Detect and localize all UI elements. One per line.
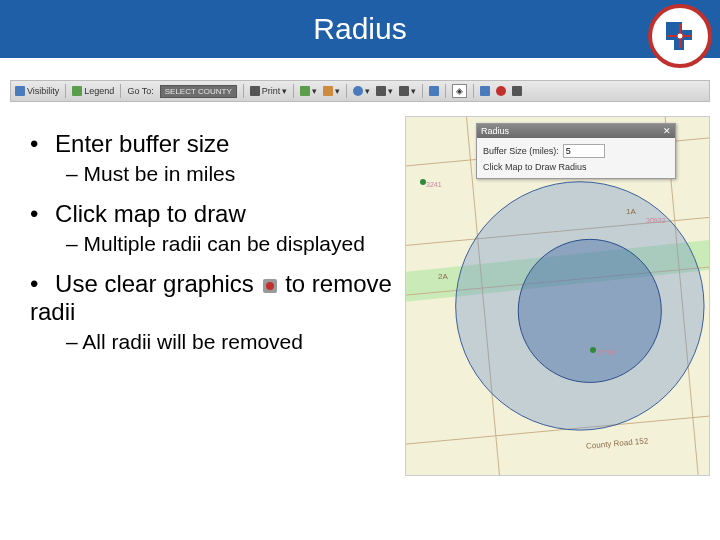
toolbar-tool-5[interactable]	[429, 86, 439, 96]
toolbar-tool-7[interactable]	[512, 86, 522, 96]
svg-point-9	[518, 239, 661, 382]
tool-icon	[300, 86, 310, 96]
map-pin-icon	[590, 347, 596, 353]
chevron-down-icon: ▾	[282, 86, 287, 96]
sub-bullet: Multiple radii can be displayed	[30, 232, 401, 256]
sub-bullet: Must be in miles	[30, 162, 401, 186]
bullet-1: Enter buffer size Must be in miles	[30, 130, 401, 186]
tool-icon	[323, 86, 333, 96]
map-toolbar: Visibility Legend Go To: SELECT COUNTY P…	[10, 80, 710, 102]
svg-point-0	[677, 33, 683, 39]
info-icon	[353, 86, 363, 96]
toolbar-info[interactable]: ▾	[353, 86, 370, 96]
title-bar: Radius	[0, 0, 720, 58]
parcel-label: 35789	[596, 349, 615, 356]
zone-label: 2A	[438, 272, 448, 281]
buffer-size-label: Buffer Size (miles):	[483, 146, 559, 156]
toolbar-tool-1[interactable]: ▾	[300, 86, 317, 96]
toolbar-legend[interactable]: Legend	[72, 86, 114, 96]
tool-icon	[512, 86, 522, 96]
print-icon	[250, 86, 260, 96]
layers-icon	[15, 86, 25, 96]
map-pin-icon	[420, 179, 426, 185]
toolbar-goto-label: Go To:	[127, 86, 153, 96]
tool-icon	[399, 86, 409, 96]
bullet-list: Enter buffer size Must be in miles Click…	[10, 112, 405, 476]
toolbar-tool-3[interactable]: ▾	[376, 86, 393, 96]
sub-bullet: All radii will be removed	[30, 330, 401, 354]
tool-icon	[376, 86, 386, 96]
bullet-2: Click map to draw Multiple radii can be …	[30, 200, 401, 256]
panel-hint: Click Map to Draw Radius	[483, 162, 669, 172]
panel-header: Radius ✕	[477, 124, 675, 138]
county-select[interactable]: SELECT COUNTY	[160, 85, 237, 98]
toolbar-tool-6[interactable]	[480, 86, 490, 96]
toolbar-radius-tool[interactable]: ◈	[452, 84, 467, 98]
tool-icon	[480, 86, 490, 96]
close-icon[interactable]: ✕	[663, 126, 671, 136]
buffer-size-input[interactable]	[563, 144, 605, 158]
map-preview: 1A 2A 3241 30922 35789 County Road 152 R…	[405, 116, 710, 476]
parcel-label: 30922	[646, 217, 665, 224]
legend-icon	[72, 86, 82, 96]
parcel-label: 3241	[426, 181, 442, 188]
tool-icon	[429, 86, 439, 96]
agency-logo	[648, 4, 712, 68]
radius-panel: Radius ✕ Buffer Size (miles): Click Map …	[476, 123, 676, 179]
toolbar-tool-2[interactable]: ▾	[323, 86, 340, 96]
clear-icon	[496, 86, 506, 96]
content-area: Enter buffer size Must be in miles Click…	[0, 112, 720, 476]
toolbar-clear[interactable]	[496, 86, 506, 96]
bullet-3: Use clear graphics to remove radii All r…	[30, 270, 401, 354]
clear-graphics-icon	[263, 279, 277, 293]
toolbar-print[interactable]: Print▾	[250, 86, 288, 96]
slide-title: Radius	[313, 12, 406, 46]
toolbar-tool-4[interactable]: ▾	[399, 86, 416, 96]
toolbar-visibility[interactable]: Visibility	[15, 86, 59, 96]
panel-title: Radius	[481, 126, 509, 136]
zone-label: 1A	[626, 207, 636, 216]
